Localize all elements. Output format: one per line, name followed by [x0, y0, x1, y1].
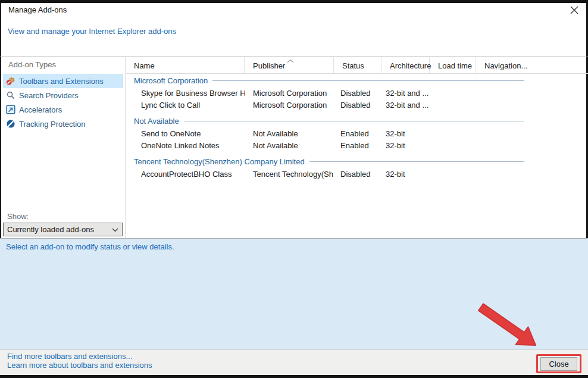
cell-publisher: Tencent Technology(Sh... [245, 170, 334, 179]
cell-name: Lync Click to Call [126, 101, 245, 110]
toolbars-extensions-icon [6, 76, 15, 86]
sidebar-item-accelerators[interactable]: Accelerators [3, 102, 123, 117]
group-header-rule [212, 80, 524, 81]
page-title: Manage Add-ons [8, 5, 67, 14]
cell-publisher: Not Available [245, 141, 334, 150]
cell-architecture: 32-bit [381, 141, 430, 150]
sidebar-item-label: Accelerators [19, 105, 62, 114]
details-hint: Select an add-on to modify status or vie… [6, 242, 174, 251]
cell-architecture: 32-bit and ... [381, 101, 430, 110]
show-label: Show: [7, 212, 29, 221]
cell-publisher: Not Available [245, 129, 334, 138]
learn-more-link[interactable]: Learn more about toolbars and extensions [7, 361, 152, 370]
show-dropdown[interactable]: Currently loaded add-ons [3, 223, 123, 236]
table-row[interactable]: AccountProtectBHO ClassTencent Technolog… [126, 168, 526, 180]
addons-table: Microsoft CorporationSkype for Business … [126, 74, 526, 180]
cell-name: OneNote Linked Notes [126, 141, 245, 150]
dialog-subtitle: View and manage your Internet Explorer a… [8, 27, 176, 36]
group-header: Tencent Technology(Shenzhen) Company Lim… [126, 155, 526, 168]
group-header: Not Available [126, 114, 526, 127]
cell-status: Disabled [334, 89, 381, 98]
annotation-arrow-icon [464, 298, 543, 353]
sidebar-item-tracking-protection[interactable]: Tracking Protection [3, 117, 123, 131]
cell-architecture: 32-bit [381, 170, 430, 179]
cell-architecture: 32-bit [381, 129, 430, 138]
group-header-label: Microsoft Corporation [134, 76, 208, 85]
sidebar-item-label: Search Providers [19, 91, 79, 100]
sidebar-item-search-providers[interactable]: Search Providers [3, 88, 123, 102]
chevron-down-icon [112, 225, 118, 234]
accelerators-icon [6, 105, 15, 114]
find-more-link[interactable]: Find more toolbars and extensions... [7, 352, 132, 361]
cell-status: Disabled [334, 170, 381, 179]
sidebar-item-toolbars-and-extensions[interactable]: Toolbars and Extensions [3, 74, 123, 88]
cell-name: AccountProtectBHO Class [126, 170, 245, 179]
window-close-icon[interactable] [565, 2, 583, 18]
group-header-rule [309, 161, 524, 162]
group-header-rule [184, 121, 524, 121]
group-header: Microsoft Corporation [126, 74, 526, 87]
column-header-status[interactable]: Status [334, 57, 381, 74]
column-header-load-time[interactable]: Load time [430, 57, 476, 74]
column-header-architecture[interactable]: Architecture [381, 57, 430, 74]
table-row[interactable]: Send to OneNoteNot AvailableEnabled32-bi… [126, 127, 526, 139]
annotation-highlight-box [536, 354, 581, 373]
show-dropdown-value: Currently loaded add-ons [7, 225, 94, 234]
addon-types-heading: Add-on Types [8, 60, 56, 69]
tracking-protection-icon [6, 119, 15, 129]
cell-architecture: 32-bit and ... [381, 89, 430, 98]
cell-name: Send to OneNote [126, 129, 245, 138]
sort-ascending-icon[interactable] [286, 57, 295, 65]
cell-status: Enabled [334, 141, 381, 150]
cell-publisher: Microsoft Corporation [245, 101, 334, 110]
sidebar-item-label: Tracking Protection [19, 120, 86, 129]
group-header-label: Tencent Technology(Shenzhen) Company Lim… [134, 157, 305, 166]
column-header-navigation-[interactable]: Navigation... [476, 57, 524, 74]
manage-addons-dialog: Manage Add-ons View and manage your Inte… [0, 0, 588, 378]
table-row[interactable]: Skype for Business Browser Hel...Microso… [126, 87, 526, 99]
cell-name: Skype for Business Browser Hel... [126, 89, 245, 98]
group-header-label: Not Available [134, 117, 179, 126]
table-row[interactable]: Lync Click to CallMicrosoft CorporationD… [126, 99, 526, 111]
cell-status: Disabled [334, 101, 381, 110]
table-header: NamePublisherStatusArchitectureLoad time… [126, 57, 524, 74]
table-row[interactable]: OneNote Linked NotesNot AvailableEnabled… [126, 139, 526, 151]
addon-types-list: Toolbars and ExtensionsSearch ProvidersA… [3, 74, 123, 131]
search-icon [6, 90, 15, 100]
window-border-top [0, 0, 588, 3]
column-header-name[interactable]: Name [126, 57, 245, 74]
cell-publisher: Microsoft Corporation [245, 89, 334, 98]
cell-status: Enabled [334, 129, 381, 138]
sidebar-item-label: Toolbars and Extensions [19, 77, 104, 86]
